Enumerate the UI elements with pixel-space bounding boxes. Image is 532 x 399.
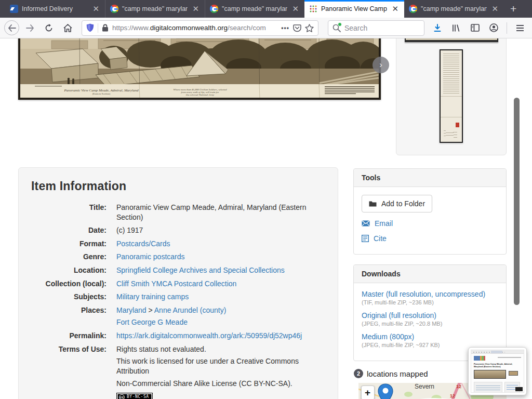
browser-window: Panoramic View Camp Meade, Admiral, Mary… <box>0 0 532 399</box>
item-value-text: > <box>147 306 154 314</box>
sidebar-toggle-button[interactable] <box>467 20 483 36</box>
urlbar-divider <box>98 23 98 33</box>
downloads-panel-header: Downloads <box>354 265 506 283</box>
route-12-label: 12 <box>450 393 455 398</box>
cite-row: Cite <box>362 234 498 243</box>
thumbnail-postcard-back[interactable] <box>440 49 463 143</box>
screenshot-preview-navline <box>498 357 521 358</box>
item-value-link[interactable]: Panoramic postcards <box>116 252 185 261</box>
item-row-label: Collection (local): <box>31 279 107 289</box>
panoramic-postcard-image[interactable]: Panoramic View Camp Meade, Admiral, Mary… <box>18 31 381 100</box>
item-row-2: Format:Postcards/Cards <box>31 239 325 249</box>
overflow-dots-icon: ••• <box>281 24 289 32</box>
toolbar-divider <box>507 22 507 34</box>
item-row-value: Panoramic View Camp Meade, Admiral, Mary… <box>116 203 325 222</box>
email-icon <box>362 220 370 227</box>
email-row: Email <box>362 219 498 228</box>
item-value-link[interactable]: Cliff Smith YMCA Postcard Collection <box>116 280 236 288</box>
url-path: /search/com <box>228 24 266 32</box>
hamburger-menu-icon <box>516 24 524 32</box>
download-link[interactable]: Master (full resolution, uncompressed) <box>362 290 498 298</box>
usps-icon <box>10 5 18 13</box>
tab-close-icon[interactable]: ✕ <box>191 4 200 14</box>
item-value-text: Non-Commercial Share Alike License (CC B… <box>116 379 292 388</box>
item-row-9: Terms of Use:Rights status not evaluated… <box>31 344 325 399</box>
tab-2[interactable]: "camp meade" maryland -✕ <box>205 0 304 18</box>
tab-4[interactable]: "camp meade" maryland -✕ <box>404 0 504 18</box>
tab-close-icon[interactable]: ✕ <box>291 4 300 14</box>
item-row-value: https://ark.digitalcommonwealth.org/ark:… <box>116 331 302 341</box>
tools-panel: Tools Add to Folder Email <box>353 168 507 255</box>
tab-1[interactable]: "camp meade" maryland -✕ <box>105 0 205 18</box>
item-value-link[interactable]: https://ark.digitalcommonwealth.org/ark:… <box>116 331 302 340</box>
item-row-value: (c) 1917 <box>116 225 143 235</box>
screenshot-preview-thumbnail[interactable]: Panoramic View Camp Meade, Admiral, Mary… <box>468 347 527 395</box>
item-value-link[interactable]: Postcards/Cards <box>116 240 170 248</box>
item-row-0: Title:Panoramic View Camp Meade, Admiral… <box>31 203 325 222</box>
cc-license-badge[interactable]: ccBY-NC-SA <box>116 393 153 399</box>
home-button[interactable] <box>60 20 75 36</box>
address-bar[interactable]: https://www.digitalcommonwealth.org/sear… <box>82 20 318 36</box>
downloads-button[interactable] <box>430 20 445 36</box>
item-value-link[interactable]: Anne Arundel (county) <box>154 306 227 314</box>
library-button[interactable] <box>448 20 464 36</box>
download-arrow-icon <box>433 24 442 32</box>
menu-button[interactable] <box>512 20 528 36</box>
map-pin-icon[interactable] <box>378 384 393 399</box>
item-row-value: Maryland > Anne Arundel (county)Fort Geo… <box>116 305 226 327</box>
item-row-6: Subjects:Military training camps <box>31 292 325 302</box>
item-row-label: Genre: <box>31 252 107 262</box>
item-row-value: Springfield College Archives and Special… <box>116 265 285 275</box>
pocket-icon[interactable] <box>293 24 301 32</box>
locations-mapped-line: 2 locations mapped <box>354 369 428 378</box>
next-image-button[interactable]: › <box>373 57 389 73</box>
search-icon <box>332 24 341 32</box>
reload-button[interactable] <box>41 20 57 36</box>
download-item-0: Master (full resolution, uncompressed)(T… <box>362 290 498 305</box>
add-to-folder-button[interactable]: Add to Folder <box>362 195 432 212</box>
digital-commonwealth-icon <box>309 5 317 13</box>
page-scrollbar[interactable] <box>514 98 520 305</box>
item-row-4: Location:Springfield College Archives an… <box>31 265 325 275</box>
back-button[interactable] <box>4 20 19 35</box>
search-shortcut-badge <box>338 22 342 26</box>
item-row-label: Title: <box>31 203 107 222</box>
screenshot-preview-logo <box>474 356 485 361</box>
email-link[interactable]: Email <box>375 219 393 228</box>
tab-3[interactable]: Panoramic View Camp Mea✕ <box>304 0 404 18</box>
cite-link[interactable]: Cite <box>374 234 387 243</box>
tab-close-icon[interactable]: ✕ <box>490 4 499 14</box>
cc-icon: cc <box>119 394 125 399</box>
tab-0[interactable]: Informed Delivery✕ <box>5 0 105 18</box>
screenshot-preview-dark-box <box>515 387 523 391</box>
navigation-toolbar: https://www.digitalcommonwealth.org/sear… <box>0 18 532 38</box>
screenshot-preview-panorama <box>474 370 506 379</box>
download-link[interactable]: Medium (800px) <box>362 332 498 341</box>
search-bar[interactable]: Search <box>328 20 424 36</box>
item-row-label: Terms of Use: <box>31 344 107 399</box>
new-tab-button[interactable]: + <box>504 0 523 18</box>
postcard-caption-left: Panoramic View Camp Meade, Admiral, Mary… <box>49 88 153 95</box>
item-value-link[interactable]: Springfield College Archives and Special… <box>116 266 285 274</box>
forward-button[interactable] <box>22 20 38 36</box>
account-icon <box>489 23 498 32</box>
cite-icon <box>362 235 369 242</box>
item-row-label: Subjects: <box>31 292 107 302</box>
item-value-link[interactable]: Maryland <box>116 306 147 314</box>
tab-close-icon[interactable]: ✕ <box>91 4 100 14</box>
bookmark-star-icon[interactable] <box>305 24 314 32</box>
item-value-link[interactable]: Fort George G Meade <box>116 318 188 326</box>
screenshot-preview-title: Panoramic View Camp Meade, Admiral, Mary… <box>474 363 518 368</box>
item-row-value: Postcards/Cards <box>116 239 170 249</box>
url-text[interactable]: https://www.digitalcommonwealth.org/sear… <box>112 24 277 32</box>
tab-title: Panoramic View Camp Mea <box>321 5 387 12</box>
tab-close-icon[interactable]: ✕ <box>391 4 400 14</box>
item-value-text: This work is licensed for use under a Cr… <box>116 357 299 375</box>
map-zoom-in-button[interactable]: + <box>361 385 375 399</box>
account-button[interactable] <box>486 20 501 36</box>
item-row-5: Collection (local):Cliff Smith YMCA Post… <box>31 279 325 289</box>
item-row-value: Military training camps <box>116 292 189 302</box>
url-scheme: https://www. <box>112 24 150 32</box>
item-value-link[interactable]: Military training camps <box>116 292 189 301</box>
download-link[interactable]: Original (full resolution) <box>362 311 498 320</box>
